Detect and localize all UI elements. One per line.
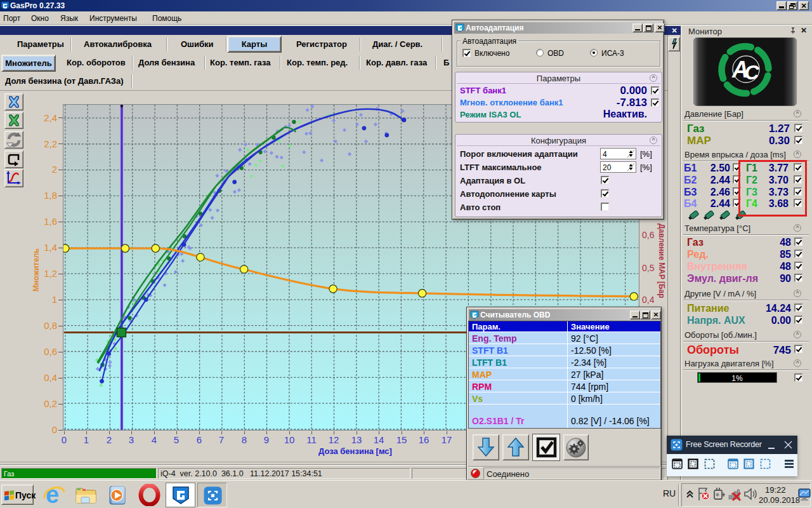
svg-text:C: C bbox=[744, 61, 759, 84]
